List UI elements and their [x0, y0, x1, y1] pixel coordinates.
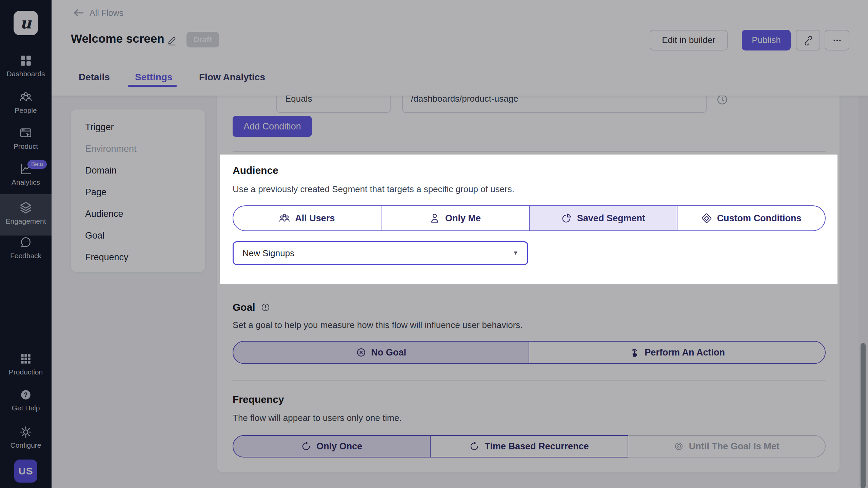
- settings-form-card: Equals /dashboards/product-usage Add Con…: [217, 58, 840, 472]
- sidebar-item-label: Get Help: [12, 404, 40, 412]
- chevron-down-icon: ▼: [513, 250, 518, 257]
- audience-option-saved-segment[interactable]: Saved Segment: [529, 206, 677, 230]
- add-condition-label: Add Condition: [243, 121, 301, 132]
- audience-option-label: Custom Conditions: [717, 213, 802, 224]
- all-users-icon: [279, 213, 290, 224]
- settings-nav-page[interactable]: Page: [71, 181, 205, 203]
- sidebar: u Dashboards People: [0, 0, 52, 488]
- goal-option-label: Perform An Action: [645, 347, 725, 358]
- beta-badge: Beta: [27, 160, 47, 169]
- back-to-all-flows[interactable]: All Flows: [73, 7, 123, 19]
- sidebar-item-analytics[interactable]: Analytics Beta: [0, 159, 52, 190]
- diamond-icon: [701, 213, 712, 224]
- sidebar-item-get-help[interactable]: ? Get Help: [0, 385, 52, 416]
- add-condition-button[interactable]: Add Condition: [233, 116, 312, 137]
- sidebar-item-dashboards[interactable]: Dashboards: [0, 51, 52, 82]
- sidebar-item-label: Production: [9, 368, 43, 376]
- page-header: All Flows Welcome screen Draft Edit in b…: [52, 0, 868, 96]
- frequency-option-time-based[interactable]: Time Based Recurrence: [430, 435, 628, 458]
- sidebar-item-label: Configure: [10, 442, 41, 449]
- copy-link-button[interactable]: [796, 30, 820, 50]
- section-divider: [233, 151, 826, 152]
- settings-nav-trigger[interactable]: Trigger: [71, 116, 205, 138]
- sidebar-item-label: Feedback: [10, 252, 41, 260]
- frequency-heading: Frequency: [233, 394, 284, 405]
- link-icon: [803, 35, 813, 45]
- audience-option-label: Saved Segment: [577, 213, 645, 224]
- more-actions-button[interactable]: [825, 30, 849, 50]
- sidebar-item-production[interactable]: Production: [0, 349, 52, 380]
- section-divider: [233, 380, 826, 381]
- goal-segmented-control: No Goal Perform An Action: [233, 341, 826, 364]
- rotate-icon: [469, 441, 479, 451]
- frequency-option-only-once[interactable]: Only Once: [233, 435, 431, 458]
- segment-select[interactable]: New Signups ▼: [233, 241, 528, 265]
- settings-nav-domain[interactable]: Domain: [71, 160, 205, 181]
- tab-details[interactable]: Details: [79, 72, 110, 83]
- settings-nav-goal[interactable]: Goal: [71, 225, 205, 246]
- feedback-bubble-icon: [19, 236, 32, 249]
- audience-segmented-control: All Users Only Me Saved Segment: [233, 205, 826, 231]
- dashboards-icon: [19, 54, 32, 67]
- rotate-icon: [301, 441, 311, 451]
- sidebar-item-people[interactable]: People: [0, 87, 52, 119]
- tab-flow-analytics[interactable]: Flow Analytics: [199, 72, 265, 83]
- settings-nav-environment: Environment: [71, 138, 205, 160]
- active-tab-underline: [128, 85, 177, 87]
- audience-description: Use a previously created Segment that ta…: [233, 184, 514, 195]
- audience-heading: Audience: [233, 165, 278, 176]
- pie-chart-icon: [561, 213, 572, 224]
- back-label: All Flows: [90, 8, 123, 18]
- frequency-description: The flow will appear to users only one t…: [233, 413, 402, 423]
- ellipsis-icon: [832, 35, 842, 45]
- settings-nav-frequency[interactable]: Frequency: [71, 246, 205, 268]
- publish-button[interactable]: Publish: [742, 30, 791, 50]
- frequency-segmented-control: Only Once Time Based Recurrence Until Th…: [233, 435, 826, 458]
- sidebar-item-label: Product: [14, 143, 38, 150]
- help-icon: ?: [19, 388, 32, 401]
- audience-option-label: All Users: [295, 213, 335, 224]
- person-icon: [429, 213, 440, 224]
- info-icon: [261, 303, 270, 312]
- user-avatar[interactable]: US: [14, 460, 37, 483]
- gear-icon: [19, 426, 32, 439]
- avatar-initials: US: [18, 465, 33, 477]
- sidebar-item-configure[interactable]: Configure: [0, 422, 52, 453]
- sidebar-item-label: People: [15, 107, 37, 114]
- frequency-option-label: Until The Goal Is Met: [689, 441, 780, 452]
- goal-option-perform-action[interactable]: Perform An Action: [529, 341, 826, 364]
- goal-description: Set a goal to help you measure how this …: [233, 320, 523, 330]
- goal-option-label: No Goal: [371, 347, 407, 358]
- audience-option-all-users[interactable]: All Users: [233, 206, 381, 230]
- userpilot-logo[interactable]: u: [14, 11, 38, 35]
- layers-icon: [19, 201, 33, 215]
- grid-icon: [19, 352, 32, 365]
- segment-select-value: New Signups: [242, 248, 294, 259]
- edit-title-icon[interactable]: [167, 35, 178, 45]
- app-root: u Dashboards People: [0, 0, 868, 488]
- sidebar-item-label: Engagement: [5, 218, 46, 225]
- scrollbar-track: [859, 96, 868, 488]
- sidebar-item-feedback[interactable]: Feedback: [0, 233, 52, 264]
- sidebar-item-label: Analytics: [12, 179, 40, 186]
- edit-in-builder-button[interactable]: Edit in builder: [650, 30, 728, 50]
- settings-nav-audience[interactable]: Audience: [71, 203, 205, 225]
- audience-option-custom-conditions[interactable]: Custom Conditions: [677, 206, 825, 230]
- scrollbar-thumb[interactable]: [861, 343, 866, 488]
- settings-section-nav: Trigger Environment Domain Page Audience…: [71, 109, 205, 272]
- goal-option-no-goal[interactable]: No Goal: [233, 341, 530, 364]
- goal-heading: Goal: [233, 302, 270, 313]
- target-icon: [674, 441, 684, 451]
- sidebar-item-product[interactable]: Product: [0, 123, 52, 155]
- frequency-option-until-goal: Until The Goal Is Met: [627, 435, 826, 458]
- tap-action-icon: [629, 347, 639, 358]
- x-circle-icon: [356, 347, 366, 358]
- sidebar-item-engagement[interactable]: Engagement: [0, 194, 52, 236]
- frequency-option-label: Only Once: [316, 441, 362, 452]
- tab-settings[interactable]: Settings: [135, 72, 172, 83]
- frequency-option-label: Time Based Recurrence: [485, 441, 589, 452]
- audience-option-label: Only Me: [445, 213, 481, 224]
- logo-letter: u: [20, 14, 31, 32]
- audience-option-only-me[interactable]: Only Me: [381, 206, 529, 230]
- sidebar-item-label: Dashboards: [6, 70, 45, 78]
